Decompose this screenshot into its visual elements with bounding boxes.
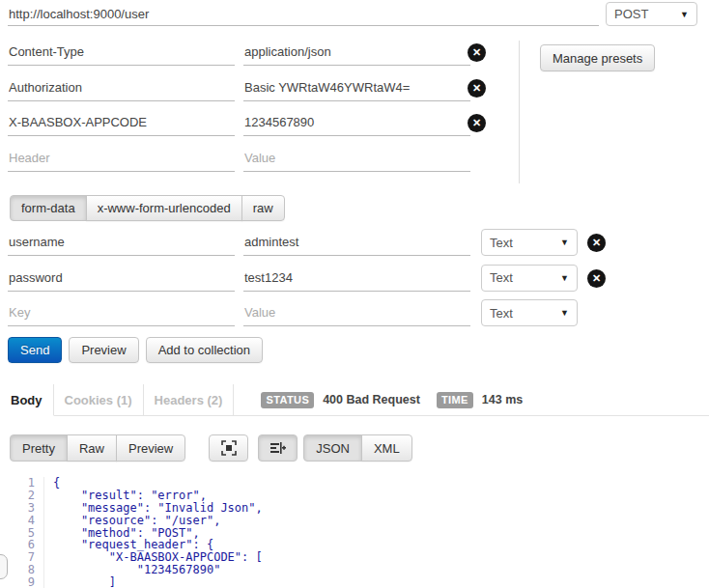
header-key-input[interactable] [8, 109, 235, 136]
form-data-editor: Text ▼ ✕ Text ▼ ✕ Text ▼ [0, 229, 709, 335]
view-mode-tab[interactable]: Pretty [10, 434, 68, 462]
request-actions: Send Preview Add to collection [8, 337, 263, 363]
status-value: 400 Bad Request [323, 393, 420, 406]
line-number: 5 [0, 527, 44, 540]
header-value-input[interactable] [243, 74, 470, 101]
form-key-input[interactable] [8, 265, 235, 292]
header-row: ✕ [0, 109, 709, 136]
response-tab[interactable]: Body [0, 384, 54, 416]
header-value-input[interactable] [243, 109, 470, 136]
collapse-button[interactable] [258, 434, 298, 462]
chevron-down-icon: ▼ [560, 273, 569, 283]
line-number: 1 [0, 477, 44, 490]
code-line: 9 ] [0, 576, 709, 588]
format-tabs: JSON XML [303, 434, 411, 462]
header-key-input[interactable] [8, 39, 235, 66]
response-tab[interactable]: Cookies (1) [54, 384, 144, 416]
body-mode-tab[interactable]: raw [241, 195, 285, 221]
header-row [0, 145, 709, 172]
line-text: "result": "error", [44, 490, 207, 502]
time-value: 143 ms [482, 393, 523, 406]
fullscreen-button[interactable] [209, 434, 248, 462]
gutter-edge-widget [0, 554, 8, 579]
form-value-input[interactable] [243, 299, 470, 326]
line-text: "message": "Invalid Json", [44, 502, 263, 515]
url-input[interactable] [8, 2, 599, 26]
preview-button[interactable]: Preview [69, 337, 138, 363]
remove-header-icon[interactable]: ✕ [468, 79, 486, 98]
form-key-input[interactable] [8, 299, 235, 326]
line-number: 4 [0, 515, 44, 527]
code-line: 1 { [0, 477, 709, 490]
collapse-lines-icon [269, 440, 286, 456]
format-tab[interactable]: XML [361, 434, 412, 462]
add-to-collection-button[interactable]: Add to collection [146, 337, 263, 363]
code-line: 3 "message": "Invalid Json", [0, 502, 709, 515]
remove-header-icon[interactable]: ✕ [468, 43, 486, 62]
form-data-row: Text ▼ [0, 299, 709, 326]
method-select-value: POST [614, 7, 648, 21]
response-meta: STATUS 400 Bad Request TIME 143 ms [234, 384, 709, 416]
code-line: 2 "result": "error", [0, 490, 709, 502]
body-mode-tab[interactable]: form-data [10, 195, 87, 221]
header-key-input[interactable] [8, 74, 235, 101]
response-tabbar: Body Cookies (1) Headers (2) STATUS 400 … [0, 384, 709, 416]
presets-divider [519, 41, 520, 183]
form-type-select[interactable]: Text ▼ [481, 229, 578, 256]
form-type-select-value: Text [490, 270, 513, 285]
header-value-input[interactable] [243, 39, 470, 66]
chevron-down-icon: ▼ [680, 10, 689, 19]
chevron-down-icon: ▼ [560, 308, 569, 318]
line-number: 6 [0, 539, 44, 551]
method-select[interactable]: POST ▼ [606, 2, 697, 26]
view-mode-tab[interactable]: Raw [67, 434, 117, 462]
view-mode-tabs: Pretty Raw Preview [10, 434, 185, 462]
line-number: 3 [0, 502, 44, 515]
status-badge: STATUS [261, 392, 314, 408]
chevron-down-icon: ▼ [560, 238, 569, 247]
form-type-select[interactable]: Text ▼ [481, 299, 578, 326]
response-tab[interactable]: Headers (2) [144, 384, 235, 416]
form-key-input[interactable] [8, 229, 235, 256]
form-type-select[interactable]: Text ▼ [481, 265, 578, 292]
line-number: 2 [0, 490, 44, 502]
send-button[interactable]: Send [8, 337, 62, 363]
line-number: 9 [0, 576, 44, 588]
form-value-input[interactable] [243, 229, 470, 256]
header-value-input[interactable] [243, 145, 470, 172]
form-data-row: Text ▼ ✕ [0, 229, 709, 256]
form-type-select-value: Text [490, 306, 513, 321]
format-tab[interactable]: JSON [303, 434, 362, 462]
code-line: 4 "resource": "/user", [0, 515, 709, 527]
remove-header-icon[interactable]: ✕ [468, 114, 486, 132]
manage-presets-button[interactable]: Manage presets [540, 44, 655, 71]
header-row: ✕ [0, 74, 709, 101]
remove-form-row-icon[interactable]: ✕ [587, 234, 606, 252]
line-text: { [44, 477, 60, 490]
body-mode-tabs: form-data x-www-form-urlencoded raw [10, 195, 285, 221]
header-key-input[interactable] [8, 145, 235, 172]
line-text: ] [44, 576, 116, 588]
remove-form-row-icon[interactable]: ✕ [587, 269, 606, 288]
response-body-code: 1 { 2 "result": "error", 3 "message": "I… [0, 473, 709, 588]
fullscreen-icon [221, 440, 237, 456]
form-value-input[interactable] [243, 265, 470, 292]
line-text: "resource": "/user", [44, 515, 220, 527]
time-badge: TIME [437, 392, 473, 408]
body-mode-tab[interactable]: x-www-form-urlencoded [86, 195, 242, 221]
response-toolbar: Pretty Raw Preview [10, 434, 412, 462]
view-mode-tab[interactable]: Preview [116, 434, 185, 462]
form-data-row: Text ▼ ✕ [0, 265, 709, 292]
form-type-select-value: Text [490, 236, 513, 250]
